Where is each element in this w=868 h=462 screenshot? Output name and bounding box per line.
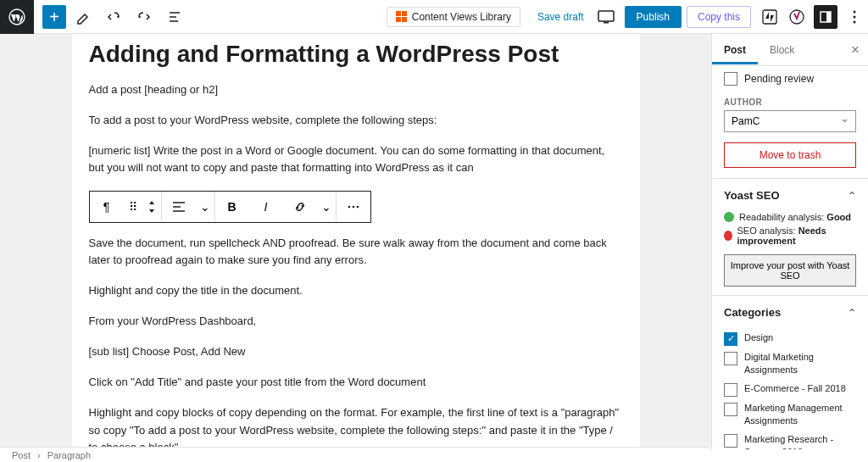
pending-review-row[interactable]: Pending review (712, 66, 868, 91)
add-block-button[interactable]: + (42, 5, 66, 29)
link-icon[interactable] (283, 192, 317, 222)
author-label: Author (712, 91, 868, 109)
top-toolbar: + Content Views Library Save draft Publi… (0, 0, 868, 34)
checkbox-icon[interactable] (724, 434, 737, 448)
checkbox-checked-icon[interactable]: ✓ (724, 332, 737, 346)
svg-rect-1 (598, 11, 614, 21)
svg-rect-2 (604, 22, 609, 24)
category-item[interactable]: Marketing Management Assignments (712, 399, 868, 431)
svg-point-10 (348, 205, 350, 208)
settings-sidebar: Post Block × Pending review Author PamC … (711, 34, 868, 449)
sidebar-tabs: Post Block × (712, 34, 868, 66)
chevron-down-icon[interactable]: ⌄ (196, 192, 214, 222)
svg-point-9 (854, 20, 856, 23)
grid-icon (396, 11, 407, 22)
panel-yoast-seo[interactable]: Yoast SEO ⌃ (712, 178, 868, 212)
svg-rect-3 (763, 10, 776, 24)
breadcrumb-leaf[interactable]: Paragraph (47, 450, 91, 460)
category-item[interactable]: Digital Marketing Assignments (712, 348, 868, 380)
edit-mode-icon[interactable] (70, 3, 97, 31)
tab-block[interactable]: Block (758, 36, 806, 64)
seo-status: SEO analysis: Needs improvement (712, 225, 868, 249)
close-sidebar-icon[interactable]: × (843, 42, 868, 58)
paragraph-type-icon[interactable]: ¶ (90, 192, 124, 222)
category-item[interactable]: Marketing Research - Summer 2018 (712, 431, 868, 449)
chevron-down-icon[interactable]: ⌄ (317, 192, 336, 222)
editor-canvas[interactable]: Adding and Formatting a WordPress Post A… (0, 34, 711, 449)
undo-icon[interactable] (100, 3, 127, 31)
align-icon[interactable] (162, 192, 196, 222)
bold-icon[interactable]: B (215, 192, 249, 222)
svg-point-11 (352, 205, 354, 208)
checkbox-icon[interactable] (724, 352, 737, 365)
content-views-label: Content Views Library (412, 11, 511, 23)
paragraph-block[interactable]: Highlight and copy the title in the docu… (89, 282, 623, 299)
paragraph-block[interactable]: Add a post [heading or h2] (89, 81, 623, 98)
post-body[interactable]: Add a post [heading or h2] To add a post… (89, 81, 623, 449)
save-draft-link[interactable]: Save draft (529, 6, 593, 28)
copy-this-button[interactable]: Copy this (687, 6, 751, 28)
more-block-options-icon[interactable] (337, 192, 370, 222)
status-dot-green-icon (724, 212, 734, 222)
jetpack-icon[interactable] (756, 3, 783, 31)
paragraph-block[interactable]: [sub list] Choose Post, Add New (89, 343, 623, 360)
paragraph-block[interactable]: [numeric list] Write the post in a Word … (89, 142, 623, 176)
paragraph-block[interactable]: To add a post to your WordPress website,… (89, 112, 623, 129)
chevron-up-icon: ⌃ (848, 307, 856, 319)
improve-yoast-button[interactable]: Improve your post with Yoast SEO (724, 254, 856, 287)
chevron-right-icon: › (37, 450, 41, 460)
author-select[interactable]: PamC (724, 110, 856, 132)
italic-icon[interactable]: I (249, 192, 283, 222)
checkbox-icon[interactable] (724, 403, 737, 416)
breadcrumb-root[interactable]: Post (12, 450, 31, 460)
svg-point-12 (356, 205, 359, 208)
panel-categories[interactable]: Categories ⌃ (712, 295, 868, 329)
redo-icon[interactable] (131, 3, 158, 31)
svg-point-8 (854, 15, 856, 18)
preview-button[interactable] (593, 3, 620, 31)
settings-panel-toggle[interactable] (814, 5, 837, 29)
pending-review-label: Pending review (744, 73, 814, 85)
svg-point-7 (854, 10, 856, 13)
paragraph-block[interactable]: Click on "Add Title" and paste your post… (89, 374, 623, 391)
checkbox-icon[interactable] (724, 383, 737, 397)
paragraph-block[interactable]: Highlight and copy blocks of copy depend… (89, 404, 623, 449)
yoast-icon[interactable] (783, 3, 810, 31)
chevron-up-icon: ⌃ (848, 190, 856, 202)
drag-handle-icon[interactable]: ⠿ (124, 192, 142, 222)
readability-status: Readability analysis: Good (712, 212, 868, 225)
category-item[interactable]: ✓Design (712, 329, 868, 348)
content-views-library-button[interactable]: Content Views Library (387, 7, 520, 27)
publish-button[interactable]: Publish (625, 6, 682, 28)
post-title[interactable]: Adding and Formatting a WordPress Post (89, 34, 623, 81)
document-overview-icon[interactable] (161, 3, 188, 31)
block-toolbar: ¶ ⠿ ⌄ B I ⌄ (89, 191, 371, 223)
checkbox-icon[interactable] (724, 72, 737, 86)
status-dot-red-icon (724, 231, 732, 241)
paragraph-block[interactable]: Save the document, run spellcheck AND pr… (89, 235, 623, 269)
breadcrumb: Post › Paragraph (0, 447, 710, 462)
move-arrows-icon[interactable] (142, 192, 161, 222)
tab-post[interactable]: Post (712, 36, 758, 64)
wordpress-logo[interactable] (0, 0, 34, 34)
svg-rect-6 (826, 12, 831, 22)
category-item[interactable]: E-Commerce - Fall 2018 (712, 380, 868, 399)
more-options-icon[interactable] (841, 3, 868, 31)
paragraph-block[interactable]: From your WordPress Dashboard, (89, 313, 623, 330)
move-to-trash-button[interactable]: Move to trash (724, 142, 856, 168)
